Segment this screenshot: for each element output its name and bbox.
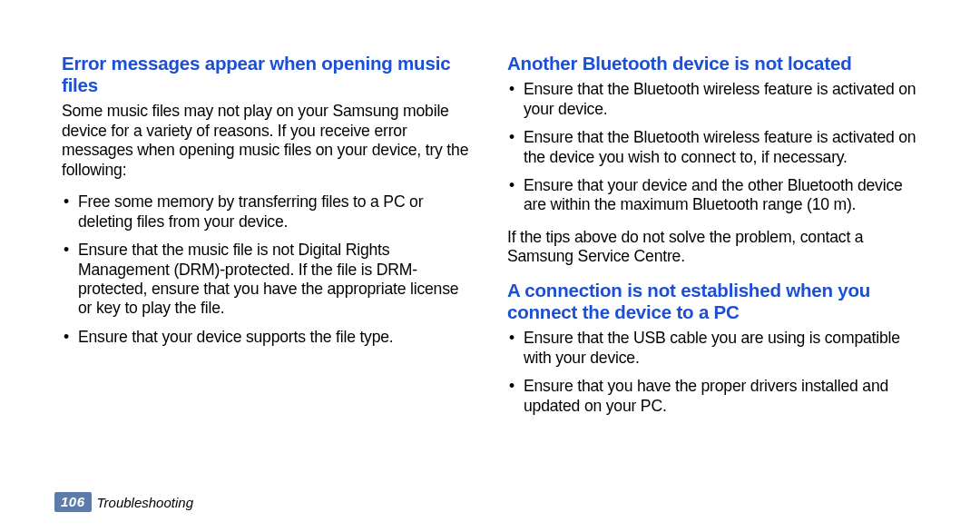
- list-item: Ensure that your device supports the fil…: [62, 328, 475, 347]
- bluetooth-outro: If the tips above do not solve the probl…: [507, 228, 920, 267]
- music-tips-list: Free some memory by transferring files t…: [62, 192, 475, 347]
- section-heading-bluetooth: Another Bluetooth device is not located: [507, 53, 920, 74]
- list-item: Free some memory by transferring files t…: [62, 192, 475, 232]
- section-heading-pc-connection: A connection is not established when you…: [507, 280, 920, 323]
- page-number-badge: 106: [54, 492, 92, 512]
- intro-paragraph: Some music files may not play on your Sa…: [62, 102, 475, 180]
- left-column: Error messages appear when opening music…: [62, 53, 475, 532]
- footer-section-title: Troubleshooting: [97, 495, 193, 510]
- list-item: Ensure that your device and the other Bl…: [507, 176, 920, 215]
- right-column: Another Bluetooth device is not located …: [507, 53, 920, 532]
- list-item: Ensure that the Bluetooth wireless featu…: [507, 128, 920, 167]
- list-item: Ensure that you have the proper drivers …: [507, 377, 920, 416]
- page-footer: 106 Troubleshooting: [54, 492, 193, 512]
- pc-tips-list: Ensure that the USB cable you are using …: [507, 329, 920, 416]
- section-heading-music-errors: Error messages appear when opening music…: [62, 53, 475, 96]
- bluetooth-tips-list: Ensure that the Bluetooth wireless featu…: [507, 80, 920, 215]
- list-item: Ensure that the Bluetooth wireless featu…: [507, 80, 920, 119]
- list-item: Ensure that the USB cable you are using …: [507, 329, 920, 368]
- list-item: Ensure that the music file is not Digita…: [62, 241, 475, 319]
- manual-page: Error messages appear when opening music…: [0, 0, 980, 532]
